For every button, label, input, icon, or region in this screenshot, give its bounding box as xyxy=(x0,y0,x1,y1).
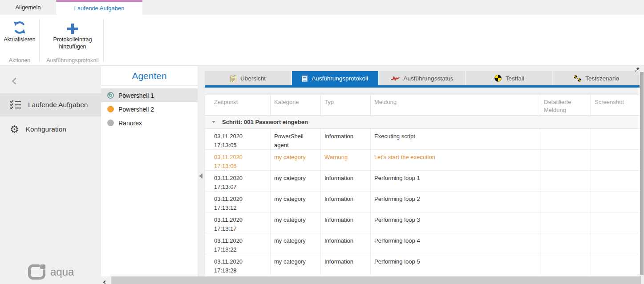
vertical-scrollbar-thumb[interactable] xyxy=(640,72,644,275)
horizontal-scrollbar[interactable] xyxy=(101,276,644,284)
vertical-scrollbar[interactable] xyxy=(640,71,644,276)
agent-row-ranorex[interactable]: Ranorex xyxy=(101,116,198,130)
aqua-logo-icon xyxy=(28,264,46,280)
cell-detaillierte-meldung xyxy=(540,233,591,254)
cell-zeitpunkt: 03.11.202017:13:06 xyxy=(205,150,271,170)
gear-icon: ⚙ xyxy=(10,124,19,135)
ribbon-group-ausfuehrungsprotokoll: Ausführungsprotokoll xyxy=(42,57,103,64)
cell-detaillierte-meldung xyxy=(540,212,591,233)
main-content: Übersicht Ausführungsprotokoll Ausführ xyxy=(205,66,640,276)
sidebar-item-laufende-aufgaben[interactable]: Laufende Aufgaben xyxy=(0,93,101,116)
cell-screenshot xyxy=(591,254,640,275)
agent-row-powershell-2[interactable]: Powershell 2 xyxy=(101,102,198,116)
clipboard-icon xyxy=(230,75,236,82)
sidebar-item-label: Konfiguration xyxy=(26,125,66,133)
horizontal-scrollbar-thumb[interactable] xyxy=(111,276,641,284)
sidebar-item-konfiguration[interactable]: ⚙ Konfiguration xyxy=(0,118,101,141)
table-row[interactable]: 03.11.202017:13:06 my category Warnung L… xyxy=(205,150,640,171)
scroll-left-button[interactable] xyxy=(104,278,106,284)
cell-kategorie: my category xyxy=(271,254,321,275)
cell-typ: Information xyxy=(321,171,371,191)
tab-testszenario[interactable]: Testszenario xyxy=(553,71,640,85)
ribbon-tabstrip: Allgemein Laufende Aufgaben xyxy=(0,0,644,15)
content-gap xyxy=(205,88,640,95)
panel-splitter[interactable] xyxy=(198,66,205,276)
refresh-button[interactable]: Aktualisieren xyxy=(1,17,38,62)
cell-screenshot xyxy=(591,129,640,149)
cell-zeitpunkt: 03.11.202017:13:28 xyxy=(205,254,271,275)
agent-idle-icon xyxy=(107,106,114,112)
ribbon: Allgemein Laufende Aufgaben Aktualisiere… xyxy=(0,0,644,66)
tab-label: Testszenario xyxy=(585,75,619,82)
cell-typ: Information xyxy=(321,212,371,233)
content-tabstrip: Übersicht Ausführungsprotokoll Ausführ xyxy=(205,71,640,85)
table-row[interactable]: 03.11.202017:13:22 my category Informati… xyxy=(205,233,640,254)
collapse-panel-icon[interactable] xyxy=(199,173,203,179)
table-row[interactable]: 03.11.202017:13:07 my category Informati… xyxy=(205,171,640,192)
table-header-row: Zeitpunkt Kategorie Typ Meldung Detailli… xyxy=(205,95,640,116)
cell-kategorie: my category xyxy=(271,171,321,191)
column-header-screenshot[interactable]: Screenshot xyxy=(591,95,640,115)
table-group-row[interactable]: Schritt: 001 Passwort eingeben xyxy=(205,116,640,129)
column-header-typ[interactable]: Typ xyxy=(321,95,371,115)
group-row-label: Schritt: 001 Passwort eingeben xyxy=(222,119,308,125)
column-header-zeitpunkt[interactable]: Zeitpunkt xyxy=(205,95,271,115)
agents-panel: Agenten Powershell 1 Powershell 2 Ranore… xyxy=(101,66,198,276)
sidebar-item-label: Laufende Aufgaben xyxy=(28,101,88,109)
status-pulse-icon xyxy=(391,76,400,81)
cell-kategorie: my category xyxy=(271,150,321,170)
tab-label: Ausführungsprotokoll xyxy=(312,75,368,82)
tab-uebersicht[interactable]: Übersicht xyxy=(205,71,291,85)
column-header-detaillierte-meldung[interactable]: Detaillierte Meldung xyxy=(540,95,591,115)
agents-list: Powershell 1 Powershell 2 Ranorex xyxy=(101,86,198,130)
cell-zeitpunkt: 03.11.202017:13:22 xyxy=(205,233,271,254)
tab-ausfuehrungsprotokoll[interactable]: Ausführungsprotokoll xyxy=(292,71,378,85)
cell-screenshot xyxy=(591,233,640,254)
tab-label: Ausführungsstatus xyxy=(404,75,454,82)
ribbon-separator xyxy=(103,19,104,62)
cell-typ: Information xyxy=(321,129,371,149)
agent-name: Powershell 1 xyxy=(118,92,154,99)
agents-panel-title: Agenten xyxy=(101,66,198,86)
cell-screenshot xyxy=(591,150,640,170)
cell-meldung: Performing loop 4 xyxy=(371,233,540,254)
cell-meldung: Performing loop 5 xyxy=(371,254,540,275)
plus-icon xyxy=(67,17,78,34)
ribbon-tab-laufende-aufgaben[interactable]: Laufende Aufgaben xyxy=(56,0,142,15)
add-protocol-entry-button[interactable]: Protokolleintrag hinzufügen xyxy=(42,17,103,62)
cell-detaillierte-meldung xyxy=(540,171,591,191)
cell-screenshot xyxy=(591,171,640,191)
cell-zeitpunkt: 03.11.202017:13:17 xyxy=(205,212,271,233)
refresh-icon xyxy=(12,17,27,34)
agent-name: Ranorex xyxy=(118,120,142,127)
agent-running-icon xyxy=(107,92,114,99)
cell-typ: Information xyxy=(321,192,371,212)
pin-icon[interactable] xyxy=(635,67,640,72)
tab-ausfuehrungsstatus[interactable]: Ausführungsstatus xyxy=(379,71,466,85)
column-header-meldung[interactable]: Meldung xyxy=(371,95,540,115)
testcase-target-icon xyxy=(494,75,502,82)
agent-row-powershell-1[interactable]: Powershell 1 xyxy=(101,88,198,102)
ribbon-tab-allgemein[interactable]: Allgemein xyxy=(0,0,56,15)
cell-meldung: Executing script xyxy=(371,129,540,149)
back-button[interactable] xyxy=(10,76,20,87)
task-list-icon xyxy=(10,100,21,110)
cell-typ: Information xyxy=(321,254,371,275)
ribbon-content: Aktualisieren Protokolleintrag hinzufüge… xyxy=(0,15,644,65)
cell-detaillierte-meldung xyxy=(540,129,591,149)
table-row[interactable]: 03.11.202017:13:17 my category Informati… xyxy=(205,212,640,233)
cell-detaillierte-meldung xyxy=(540,150,591,170)
column-header-kategorie[interactable]: Kategorie xyxy=(271,95,321,115)
tabstrip-background xyxy=(205,66,640,71)
table-row[interactable]: 03.11.202017:13:12 my category Informati… xyxy=(205,192,640,212)
tab-testfall[interactable]: Testfall xyxy=(466,71,552,85)
refresh-button-label: Aktualisieren xyxy=(4,36,36,44)
cell-typ: Information xyxy=(321,233,371,254)
aqua-logo: aqua xyxy=(28,264,74,280)
cell-detaillierte-meldung xyxy=(540,254,591,275)
cell-screenshot xyxy=(591,192,640,212)
table-row[interactable]: 03.11.202017:13:28 my category Informati… xyxy=(205,254,640,275)
cell-kategorie: my category xyxy=(271,233,321,254)
cell-meldung: Performing loop 3 xyxy=(371,212,540,233)
table-row[interactable]: 03.11.202017:13:05 PowerShell agent Info… xyxy=(205,129,640,150)
